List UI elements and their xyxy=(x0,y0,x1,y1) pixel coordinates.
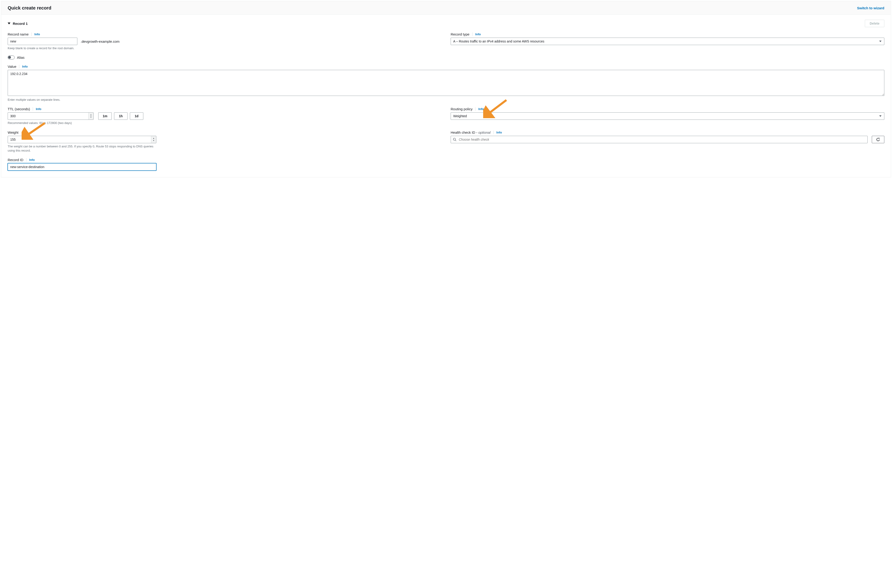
record-id-info-link[interactable]: Info xyxy=(26,158,35,162)
routing-policy-label: Routing policy xyxy=(451,107,472,111)
record-name-label: Record name xyxy=(8,32,29,36)
record-type-label: Record type xyxy=(451,32,469,36)
panel-body: Record 1 Delete Record name Info .devgro… xyxy=(1,15,891,177)
svg-point-4 xyxy=(453,138,455,140)
weight-input[interactable] xyxy=(8,136,156,143)
record-type-info-link[interactable]: Info xyxy=(472,33,481,36)
weight-hc-row: Weight ▲ ▼ The weight can be a number be… xyxy=(8,130,884,153)
health-check-field: Health check ID - optional Info xyxy=(451,130,884,153)
value-field: Value Info 192.0.2.234 Enter multiple va… xyxy=(8,64,884,102)
record-name-help: Keep blank to create a record for the ro… xyxy=(8,46,441,50)
record-type-select[interactable]: A – Routes traffic to an IPv4 address an… xyxy=(451,38,884,45)
ttl-info-link[interactable]: Info xyxy=(33,107,41,111)
ttl-input[interactable] xyxy=(8,112,93,120)
value-label: Value xyxy=(8,64,16,69)
name-type-row: Record name Info .devgrowth-example.com … xyxy=(8,32,884,50)
stepper-up-icon[interactable]: ▲ xyxy=(153,137,155,139)
stepper-down-icon[interactable]: ▼ xyxy=(153,140,155,142)
ttl-quick-1d[interactable]: 1d xyxy=(130,112,143,120)
ttl-quick-1h[interactable]: 1h xyxy=(114,112,128,120)
value-help: Enter multiple values on separate lines. xyxy=(8,98,884,102)
alias-toggle[interactable] xyxy=(8,56,15,59)
health-check-info-link[interactable]: Info xyxy=(493,131,502,134)
delete-button[interactable]: Delete xyxy=(865,20,884,27)
domain-suffix: .devgrowth-example.com xyxy=(81,39,120,44)
record-name-input[interactable] xyxy=(8,38,77,45)
record-type-field: Record type Info A – Routes traffic to a… xyxy=(451,32,884,50)
search-icon xyxy=(453,138,456,141)
health-check-refresh-button[interactable] xyxy=(872,136,884,143)
record-name-info-link[interactable]: Info xyxy=(32,33,40,36)
weight-label: Weight xyxy=(8,130,18,134)
record-id-input[interactable] xyxy=(8,163,156,171)
weight-stepper[interactable]: ▲ ▼ xyxy=(151,136,156,143)
record-collapse-toggle[interactable]: Record 1 xyxy=(8,22,28,26)
health-check-input[interactable] xyxy=(451,136,868,143)
ttl-help: Recommended values: 60 to 172800 (two da… xyxy=(8,121,441,125)
record-title: Record 1 xyxy=(13,22,28,26)
routing-policy-select[interactable]: Weighted xyxy=(451,112,884,120)
weight-field: Weight ▲ ▼ The weight can be a number be… xyxy=(8,130,441,153)
routing-policy-info-link[interactable]: Info xyxy=(475,107,484,111)
health-check-label: Health check ID - optional xyxy=(451,130,490,134)
record-header-row: Record 1 Delete xyxy=(8,20,884,27)
toggle-knob-icon xyxy=(8,56,11,59)
svg-line-5 xyxy=(455,140,456,141)
svg-marker-6 xyxy=(879,138,880,139)
ttl-stepper[interactable]: ▲ ▼ xyxy=(88,112,93,120)
ttl-routing-row: TTL (seconds) Info ▲ ▼ 1m 1h 1d xyxy=(8,107,884,125)
value-textarea[interactable]: 192.0.2.234 xyxy=(8,70,884,96)
panel-title: Quick create record xyxy=(8,5,51,10)
ttl-field: TTL (seconds) Info ▲ ▼ 1m 1h 1d xyxy=(8,107,441,125)
refresh-icon xyxy=(876,137,880,142)
ttl-label: TTL (seconds) xyxy=(8,107,30,111)
chevron-down-icon xyxy=(8,22,11,24)
panel-header: Quick create record Switch to wizard xyxy=(1,1,891,15)
routing-policy-field: Routing policy Info Weighted xyxy=(451,107,884,125)
weight-help: The weight can be a number between 0 and… xyxy=(8,144,156,153)
value-info-link[interactable]: Info xyxy=(19,65,28,68)
record-name-field: Record name Info .devgrowth-example.com … xyxy=(8,32,441,50)
record-id-field: Record ID Info xyxy=(8,158,884,171)
quick-create-record-panel: Quick create record Switch to wizard Rec… xyxy=(1,1,891,177)
switch-to-wizard-link[interactable]: Switch to wizard xyxy=(857,6,884,10)
stepper-down-icon[interactable]: ▼ xyxy=(90,116,92,118)
alias-toggle-row: Alias xyxy=(8,56,884,59)
stepper-up-icon[interactable]: ▲ xyxy=(90,114,92,116)
alias-label: Alias xyxy=(17,56,25,59)
record-id-label: Record ID xyxy=(8,158,24,162)
ttl-quick-1m[interactable]: 1m xyxy=(98,112,112,120)
